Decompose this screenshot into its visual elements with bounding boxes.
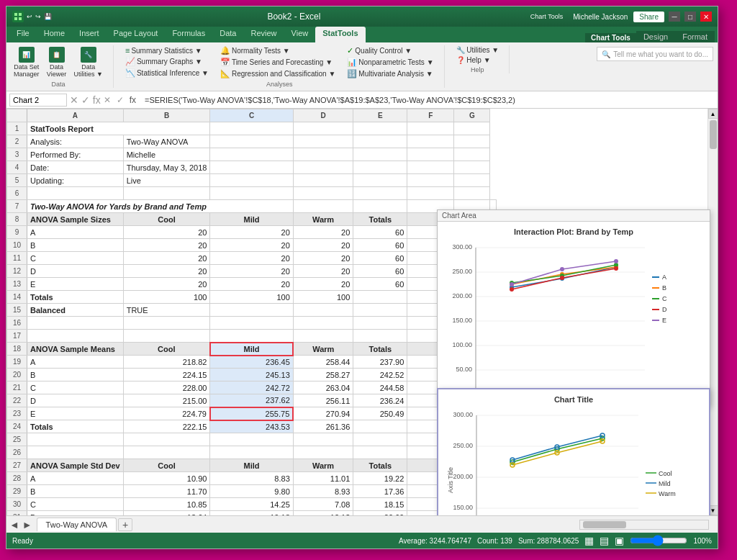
spreadsheet-grid: A B C D E F G 1 StatTools Report	[6, 109, 497, 515]
ready-status: Ready	[12, 537, 33, 545]
regression-btn[interactable]: 📐 Regression and Classification ▼	[217, 68, 338, 79]
horizontal-scrollbar[interactable]	[579, 520, 709, 530]
multivariate-btn[interactable]: 🔢 Multivariate Analysis ▼	[344, 68, 436, 79]
ribbon-group-analyses: ≡ Summary Statistics ▼ 📈 Summary Graphs …	[122, 45, 445, 88]
sheet-nav[interactable]: ◄ ►	[9, 519, 32, 530]
quality-control-btn[interactable]: ✓ Quality Control ▼	[344, 45, 436, 56]
col-header-a[interactable]: A	[27, 109, 124, 122]
svg-rect-42	[652, 298, 659, 299]
tab-insert[interactable]: Insert	[72, 27, 107, 42]
table-row: 31 D 13.64 10.18 12.13 20.69	[7, 511, 497, 516]
svg-text:200.00: 200.00	[452, 292, 472, 299]
svg-point-33	[560, 276, 564, 280]
data-group-label: Data	[11, 81, 106, 88]
view-normal[interactable]: ▦	[584, 535, 594, 546]
table-row: 23 E 224.79 255.75 270.94 250.49	[7, 407, 497, 420]
nonparametric-btn[interactable]: 📊 Nonparametric Tests ▼	[344, 57, 436, 68]
search-box[interactable]: 🔍 Tell me what you want to do...	[597, 47, 713, 61]
status-bar: Ready Average: 3244.764747 Count: 139 Su…	[6, 533, 718, 548]
function-btn[interactable]: fx	[130, 95, 136, 105]
chart2-overlay[interactable]: Chart Title 300.00 250.00 200.00 150.00 …	[437, 388, 710, 515]
utilities-btn[interactable]: 🔧 Utilities ▼	[453, 45, 502, 55]
undo-btn[interactable]: ↩	[27, 13, 32, 20]
tab-view[interactable]: View	[284, 27, 316, 42]
view-layout[interactable]: ▤	[600, 535, 609, 546]
col-header-f[interactable]: F	[407, 109, 454, 122]
svg-rect-1	[19, 13, 22, 16]
table-row: 25	[7, 433, 497, 446]
data-viewer-btn[interactable]: 📋 DataViewer	[44, 45, 70, 79]
formula-content: =SERIES('Two-Way ANOVA'!$C$18,'Two-Way A…	[139, 96, 715, 104]
add-sheet-button[interactable]: +	[118, 518, 132, 531]
close-button[interactable]: ✕	[700, 12, 712, 22]
zoom-level: 100%	[693, 537, 712, 545]
scroll-up[interactable]: ▲	[708, 109, 718, 119]
svg-text:300.00: 300.00	[452, 243, 472, 250]
tab-design[interactable]: Design	[636, 31, 675, 42]
tab-page-layout[interactable]: Page Layout	[107, 27, 166, 42]
svg-text:E: E	[662, 317, 666, 324]
col-header-g[interactable]: G	[454, 109, 490, 122]
scroll-thumb[interactable]	[710, 120, 717, 149]
quick-save[interactable]: 💾	[44, 13, 52, 20]
ribbon-group-data: 📊 Data SetManager 📋 DataViewer 🔧 DataUti…	[11, 45, 114, 88]
tab-file[interactable]: File	[9, 27, 37, 42]
ribbon-content: 📊 Data SetManager 📋 DataViewer 🔧 DataUti…	[6, 42, 718, 91]
formula-sep: ✕ ✓ fx	[70, 94, 101, 106]
col-header-d[interactable]: D	[293, 109, 353, 122]
status-left: Ready	[12, 537, 33, 545]
chart1-svg: 300.00 250.00 200.00 150.00 100.00 50.00…	[443, 240, 702, 399]
summary-graphs-btn[interactable]: 📈 Summary Graphs ▼	[122, 56, 212, 67]
svg-point-32	[510, 287, 514, 292]
svg-point-34	[614, 266, 618, 271]
statistical-inference-btn[interactable]: 📉 Statistical Inference ▼	[122, 68, 212, 78]
table-row: 7 Two-Way ANOVA for Yards by Brand and T…	[7, 200, 497, 213]
col-header-c[interactable]: C	[210, 109, 293, 122]
data-utilities-btn[interactable]: 🔧 DataUtilities ▼	[71, 45, 106, 79]
col-header-e[interactable]: E	[353, 109, 407, 122]
name-box[interactable]	[9, 94, 67, 107]
maximize-button[interactable]: □	[684, 12, 696, 22]
svg-rect-44	[652, 309, 659, 310]
tab-format[interactable]: Format	[675, 31, 715, 42]
title-bar: ↩ ↪ 💾 Book2 - Excel Chart Tools Michelle…	[6, 6, 718, 27]
summary-stats-btn[interactable]: ≡ Summary Statistics ▼	[122, 45, 212, 55]
user-area: Michelle Jackson Share	[573, 12, 664, 22]
confirm-formula[interactable]: ✓	[117, 95, 124, 105]
svg-text:150.00: 150.00	[452, 317, 472, 324]
table-row: 12 D 20 20 20 60	[7, 265, 497, 278]
svg-text:B: B	[662, 284, 666, 292]
tab-data[interactable]: Data	[212, 27, 243, 42]
table-row: 29 B 11.70 9.80 8.93 17.36	[7, 485, 497, 498]
help-group-label: Help	[453, 66, 502, 73]
tab-review[interactable]: Review	[243, 27, 284, 42]
tab-formulas[interactable]: Formulas	[165, 27, 212, 42]
ribbon-tabs: FileHomeInsertPage LayoutFormulasDataRev…	[9, 27, 366, 42]
cancel-formula[interactable]: ✕	[104, 95, 111, 105]
table-row: 14 Totals 100 100 100	[7, 291, 497, 304]
sheet-tab-two-way-anova[interactable]: Two-Way ANOVA	[37, 518, 117, 531]
tab-stattools[interactable]: StatTools	[315, 27, 365, 42]
table-row: 2 Analysis: Two-Way ANOVA	[7, 135, 497, 148]
tab-home[interactable]: Home	[37, 27, 72, 42]
normality-tests-btn[interactable]: 🔔 Normality Tests ▼	[217, 45, 338, 56]
table-row: 28 A 10.90 8.83 11.01 19.22	[7, 472, 497, 485]
minimize-button[interactable]: ─	[669, 12, 680, 22]
view-page[interactable]: ▣	[615, 535, 624, 546]
share-button[interactable]: Share	[633, 12, 664, 22]
table-row: 21 C 228.00 242.72 263.04 244.58	[7, 381, 497, 394]
h-scroll-thumb	[583, 521, 626, 528]
svg-text:300.00: 300.00	[453, 411, 473, 418]
excel-window: ↩ ↪ 💾 Book2 - Excel Chart Tools Michelle…	[6, 6, 718, 549]
chart2-body: Chart Title 300.00 250.00 200.00 150.00 …	[438, 389, 709, 515]
table-row: 6	[7, 187, 497, 200]
data-buttons: 📊 Data SetManager 📋 DataViewer 🔧 DataUti…	[11, 45, 106, 79]
col-header-b[interactable]: B	[123, 109, 210, 122]
chart1-overlay[interactable]: Chart Area Interaction Plot: Brand by Te…	[437, 209, 710, 407]
redo-btn[interactable]: ↪	[35, 13, 41, 20]
data-set-manager-btn[interactable]: 📊 Data SetManager	[11, 45, 42, 79]
sum-status: Sum: 288784.0625	[518, 537, 579, 545]
zoom-slider[interactable]	[630, 536, 687, 545]
time-series-btn[interactable]: 📅 Time Series and Forecasting ▼	[217, 57, 338, 68]
help-btn[interactable]: ❓ Help ▼	[453, 55, 502, 65]
